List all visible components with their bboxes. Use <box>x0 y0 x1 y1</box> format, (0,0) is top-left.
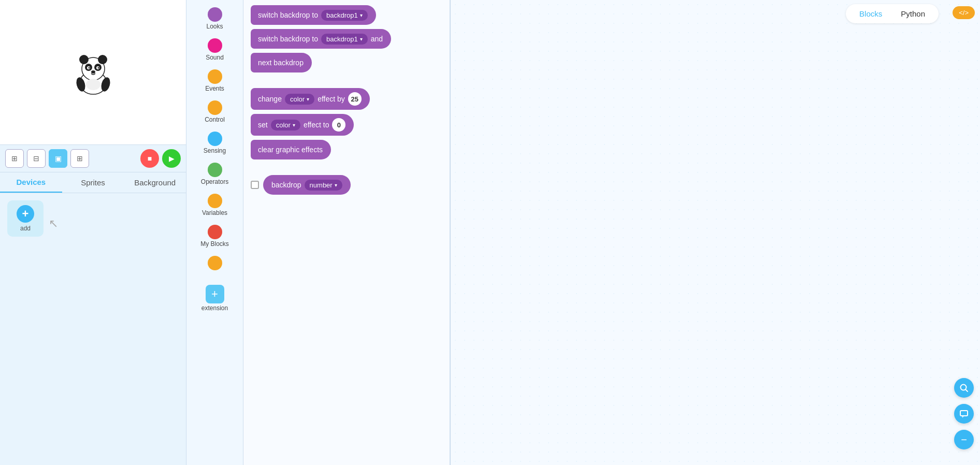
extension-plus-icon: + <box>206 285 224 303</box>
fab-buttons: − <box>954 378 974 449</box>
stop-button[interactable]: ■ <box>140 149 159 168</box>
svg-point-9 <box>97 67 99 68</box>
block-clear-text: clear graphic effects <box>258 146 323 154</box>
minus-icon: − <box>961 434 967 445</box>
comment-fab[interactable] <box>954 404 974 424</box>
block-set-text: set <box>258 121 268 129</box>
toolbar: ⊞ ⊟ ▣ ⊞ ■ ▶ <box>0 145 186 172</box>
sensing-label: Sensing <box>204 147 226 154</box>
variables-label: Variables <box>202 209 227 216</box>
extension-label: extension <box>201 304 228 312</box>
set-value[interactable]: 0 <box>332 118 345 132</box>
category-sensing[interactable]: Sensing <box>186 128 243 157</box>
block-clear-effects[interactable]: clear graphic effects <box>251 140 331 159</box>
layout-btn-1[interactable]: ⊞ <box>5 149 24 168</box>
go-button[interactable]: ▶ <box>162 149 181 168</box>
category-extra[interactable] <box>186 253 243 274</box>
category-events[interactable]: Events <box>186 66 243 95</box>
events-dot <box>208 69 222 84</box>
category-variables[interactable]: Variables <box>186 191 243 220</box>
operators-dot <box>208 163 222 177</box>
entity-tabs: Devices Sprites Background <box>0 172 186 193</box>
block-change-color[interactable]: change color ▾ effect by 25 <box>251 88 370 110</box>
block-switch-backdrop[interactable]: switch backdrop to backdrop1 ▾ <box>251 5 376 25</box>
svg-point-3 <box>98 55 107 64</box>
svg-line-15 <box>965 389 968 391</box>
tab-blocks[interactable]: Blocks <box>850 6 891 21</box>
search-icon <box>959 383 969 393</box>
svg-point-2 <box>79 55 89 64</box>
sprite-preview <box>0 0 186 145</box>
tab-sprites[interactable]: Sprites <box>62 172 124 193</box>
block-and-text: and <box>371 35 383 43</box>
category-sound[interactable]: Sound <box>186 35 243 64</box>
tab-python[interactable]: Python <box>891 6 934 21</box>
block-set-color[interactable]: set color ▾ effect to 0 <box>251 114 354 136</box>
backdrop-dropdown-2[interactable]: backdrop1 ▾ <box>321 34 368 45</box>
change-value[interactable]: 25 <box>348 92 362 106</box>
backdrop-prop-dropdown[interactable]: number ▾ <box>305 180 342 191</box>
backdrop-text: backdrop <box>271 181 301 189</box>
sprites-area: + add ↖ <box>0 193 186 465</box>
block-next-text: next backdrop <box>258 59 304 67</box>
category-panel: Looks Sound Events Control Sensing Opera… <box>186 0 243 465</box>
category-extension[interactable]: + extension <box>186 280 243 315</box>
add-device-card[interactable]: + add <box>7 200 44 237</box>
add-circle-icon: + <box>17 205 34 223</box>
block-text-2: switch backdrop to <box>258 35 318 43</box>
color-dropdown-2[interactable]: color ▾ <box>271 120 300 130</box>
panda-sprite <box>73 49 114 96</box>
add-label: add <box>20 225 31 232</box>
backdrop-reporter-checkbox[interactable] <box>251 181 259 189</box>
mode-tabs: Blocks Python <box>846 4 939 23</box>
block-effect-by-text: effect by <box>318 95 345 103</box>
layout-btn-4[interactable]: ⊞ <box>70 149 89 168</box>
cursor-indicator: ↖ <box>49 217 58 230</box>
variables-dot <box>208 194 222 208</box>
left-panel: ⊞ ⊟ ▣ ⊞ ■ ▶ Devices Sprites Background +… <box>0 0 186 465</box>
sound-dot <box>208 38 222 53</box>
category-operators[interactable]: Operators <box>186 159 243 188</box>
minus-fab[interactable]: − <box>954 430 974 449</box>
looks-dot <box>208 7 222 22</box>
blocks-panel: switch backdrop to backdrop1 ▾ switch ba… <box>243 0 451 465</box>
block-backdrop-reporter-row: backdrop number ▾ <box>251 175 351 195</box>
myblocks-dot <box>208 225 222 239</box>
category-myblocks[interactable]: My Blocks <box>186 222 243 251</box>
layout-btn-2[interactable]: ⊟ <box>27 149 46 168</box>
block-effect-to-text: effect to <box>304 121 329 129</box>
sound-label: Sound <box>206 54 224 61</box>
svg-point-8 <box>88 67 90 68</box>
layout-btn-3[interactable]: ▣ <box>49 149 67 168</box>
control-dot <box>208 100 222 115</box>
svg-rect-16 <box>960 411 968 416</box>
operators-label: Operators <box>201 178 228 185</box>
tab-background[interactable]: Background <box>124 172 186 193</box>
block-text: switch backdrop to <box>258 11 318 19</box>
canvas-area[interactable]: Blocks Python </> − <box>451 0 980 465</box>
sensing-dot <box>208 132 222 146</box>
block-change-text: change <box>258 95 282 103</box>
backdrop-dropdown-1[interactable]: backdrop1 ▾ <box>321 10 368 21</box>
control-label: Control <box>205 116 225 123</box>
orange-code-badge[interactable]: </> <box>953 6 975 19</box>
block-backdrop-number[interactable]: backdrop number ▾ <box>263 175 351 195</box>
category-looks[interactable]: Looks <box>186 4 243 33</box>
myblocks-label: My Blocks <box>200 240 229 248</box>
block-next-backdrop[interactable]: next backdrop <box>251 53 312 72</box>
color-dropdown-1[interactable]: color ▾ <box>285 94 314 105</box>
extra-dot <box>208 256 222 270</box>
category-control[interactable]: Control <box>186 97 243 126</box>
tab-devices[interactable]: Devices <box>0 172 62 193</box>
search-fab[interactable] <box>954 378 974 398</box>
svg-point-10 <box>91 70 95 74</box>
looks-label: Looks <box>206 23 223 30</box>
svg-point-13 <box>86 79 100 90</box>
events-label: Events <box>205 85 224 92</box>
block-switch-backdrop-wait[interactable]: switch backdrop to backdrop1 ▾ and <box>251 29 391 49</box>
comment-icon <box>959 409 969 418</box>
